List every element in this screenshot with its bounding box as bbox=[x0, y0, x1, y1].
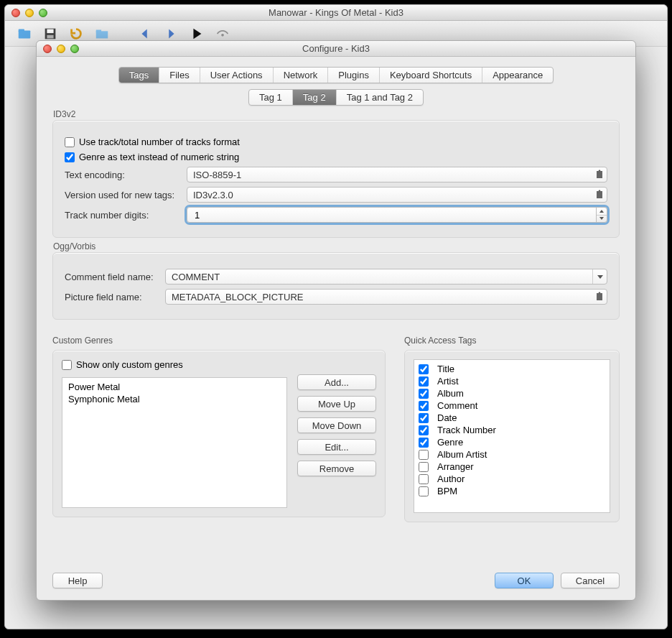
picture-field-select[interactable]: METADATA_BLOCK_PICTURE bbox=[165, 289, 607, 305]
quick-access-checkbox[interactable] bbox=[419, 474, 429, 484]
quick-access-item[interactable]: Arranger bbox=[419, 461, 605, 473]
quick-access-item[interactable]: BPM bbox=[419, 485, 605, 497]
comment-field-combo[interactable]: COMMENT bbox=[165, 269, 607, 285]
quick-access-item-label: BPM bbox=[437, 486, 457, 496]
quick-access-checkbox[interactable] bbox=[419, 376, 429, 387]
main-close-button[interactable] bbox=[11, 9, 20, 17]
custom-genres-label: Custom Genres bbox=[52, 336, 386, 346]
tab-user-actions[interactable]: User Actions bbox=[200, 68, 274, 83]
open-icon[interactable] bbox=[15, 24, 34, 43]
track-digits-label: Track number digits: bbox=[65, 210, 187, 221]
tab-keyboard-shortcuts[interactable]: Keyboard Shortcuts bbox=[380, 68, 482, 83]
quick-access-item[interactable]: Date bbox=[419, 412, 605, 424]
main-titlebar: Manowar - Kings Of Metal - Kid3 bbox=[5, 5, 667, 21]
quick-access-item-label: Album Artist bbox=[437, 449, 487, 460]
main-zoom-button[interactable] bbox=[39, 9, 47, 17]
quick-access-checkbox[interactable] bbox=[419, 450, 429, 460]
subtab-tag-1[interactable]: Tag 1 bbox=[249, 90, 293, 105]
configure-dialog: Configure - Kid3 TagsFilesUser ActionsNe… bbox=[36, 40, 636, 601]
version-label: Version used for new tags: bbox=[65, 190, 187, 200]
svg-point-7 bbox=[221, 34, 224, 37]
text-encoding-select[interactable]: ISO-8859-1 bbox=[187, 167, 607, 182]
remove-button[interactable]: Remove bbox=[297, 461, 376, 476]
track-total-checkbox[interactable] bbox=[65, 137, 75, 147]
show-only-custom-checkbox[interactable] bbox=[62, 360, 72, 370]
quick-access-item-label: Genre bbox=[437, 437, 463, 448]
quick-access-item[interactable]: Album Artist bbox=[419, 448, 605, 461]
quick-access-checkbox[interactable] bbox=[419, 486, 429, 496]
quick-access-checkbox[interactable] bbox=[419, 364, 429, 374]
track-digits-stepper[interactable] bbox=[596, 207, 607, 223]
quick-access-item-label: Date bbox=[437, 412, 457, 423]
quick-access-item-label: Author bbox=[437, 473, 465, 484]
help-button[interactable]: Help bbox=[52, 573, 103, 588]
dialog-close-button[interactable] bbox=[43, 45, 52, 53]
tab-plugins[interactable]: Plugins bbox=[328, 68, 380, 83]
quick-access-item-label: Title bbox=[437, 364, 454, 374]
main-window-title: Manowar - Kings Of Metal - Kid3 bbox=[5, 7, 667, 18]
svg-rect-4 bbox=[47, 34, 53, 38]
dialog-titlebar: Configure - Kid3 bbox=[37, 41, 635, 57]
quick-access-item[interactable]: Track Number bbox=[419, 424, 605, 436]
tab-files[interactable]: Files bbox=[159, 68, 200, 83]
svg-rect-6 bbox=[96, 29, 101, 32]
quick-access-item-label: Comment bbox=[437, 400, 477, 411]
sub-tabs: Tag 1Tag 2Tag 1 and Tag 2 bbox=[248, 89, 424, 106]
quick-access-item[interactable]: Genre bbox=[419, 436, 605, 448]
track-digits-input[interactable] bbox=[187, 207, 607, 223]
quick-access-item[interactable]: Artist bbox=[419, 375, 605, 387]
dialog-zoom-button[interactable] bbox=[70, 45, 79, 53]
quick-access-item-label: Track Number bbox=[437, 425, 496, 435]
tab-tags[interactable]: Tags bbox=[119, 68, 159, 83]
quick-access-item[interactable]: Title bbox=[419, 363, 605, 375]
add-button[interactable]: Add... bbox=[297, 374, 376, 390]
genre-text-label: Genre as text instead of numeric string bbox=[79, 152, 239, 162]
ogg-group: Ogg/Vorbis Comment field name: COMMENT P… bbox=[52, 252, 620, 320]
quick-access-checkbox[interactable] bbox=[419, 389, 429, 399]
quick-access-checkbox[interactable] bbox=[419, 462, 429, 472]
cancel-button[interactable]: Cancel bbox=[561, 573, 620, 588]
track-digits-value[interactable] bbox=[193, 209, 592, 221]
quick-access-item-label: Artist bbox=[437, 376, 459, 387]
edit-button[interactable]: Edit... bbox=[297, 439, 376, 455]
quick-access-checkbox[interactable] bbox=[419, 413, 429, 423]
quick-access-item[interactable]: Album bbox=[419, 387, 605, 399]
genre-text-checkbox[interactable] bbox=[65, 152, 75, 162]
quick-access-item-label: Arranger bbox=[437, 461, 474, 472]
quick-access-list[interactable]: TitleArtistAlbumCommentDateTrack NumberG… bbox=[414, 359, 610, 513]
svg-rect-3 bbox=[47, 29, 53, 33]
move-down-button[interactable]: Move Down bbox=[297, 417, 376, 433]
comment-field-label: Comment field name: bbox=[65, 272, 165, 282]
quick-access-item-label: Album bbox=[437, 388, 464, 399]
text-encoding-label: Text encoding: bbox=[65, 170, 187, 180]
subtab-tag-1-and-tag-2[interactable]: Tag 1 and Tag 2 bbox=[337, 90, 423, 105]
move-up-button[interactable]: Move Up bbox=[297, 396, 376, 412]
quick-access-item[interactable]: Author bbox=[419, 473, 605, 485]
custom-genres-list[interactable]: Power MetalSymphonic Metal bbox=[62, 377, 287, 508]
subtab-tag-2[interactable]: Tag 2 bbox=[293, 90, 337, 105]
picture-field-label: Picture field name: bbox=[65, 292, 165, 302]
custom-genres-panel: Show only custom genres Power MetalSymph… bbox=[52, 350, 386, 517]
show-only-custom-label: Show only custom genres bbox=[76, 359, 183, 370]
tab-appearance[interactable]: Appearance bbox=[482, 68, 553, 83]
quick-access-checkbox[interactable] bbox=[419, 425, 429, 435]
version-select[interactable]: ID3v2.3.0 bbox=[187, 187, 607, 203]
id3v2-group: ID3v2 Use track/total number of tracks f… bbox=[52, 120, 620, 238]
track-total-label: Use track/total number of tracks format bbox=[79, 137, 240, 147]
svg-rect-1 bbox=[19, 29, 24, 32]
list-item[interactable]: Power Metal bbox=[67, 381, 282, 393]
dialog-title: Configure - Kid3 bbox=[37, 43, 635, 54]
ogg-label: Ogg/Vorbis bbox=[53, 241, 95, 251]
list-item[interactable]: Symphonic Metal bbox=[67, 393, 282, 405]
dialog-minimize-button[interactable] bbox=[57, 45, 65, 53]
quick-access-item[interactable]: Comment bbox=[419, 399, 605, 412]
quick-access-label: Quick Access Tags bbox=[404, 336, 620, 346]
main-tabs: TagsFilesUser ActionsNetworkPluginsKeybo… bbox=[118, 67, 554, 83]
quick-access-panel: TitleArtistAlbumCommentDateTrack NumberG… bbox=[404, 350, 620, 522]
ok-button[interactable]: OK bbox=[495, 573, 554, 588]
id3v2-label: ID3v2 bbox=[53, 109, 75, 119]
tab-network[interactable]: Network bbox=[274, 68, 329, 83]
quick-access-checkbox[interactable] bbox=[419, 438, 429, 448]
main-minimize-button[interactable] bbox=[25, 9, 34, 17]
quick-access-checkbox[interactable] bbox=[419, 401, 429, 411]
